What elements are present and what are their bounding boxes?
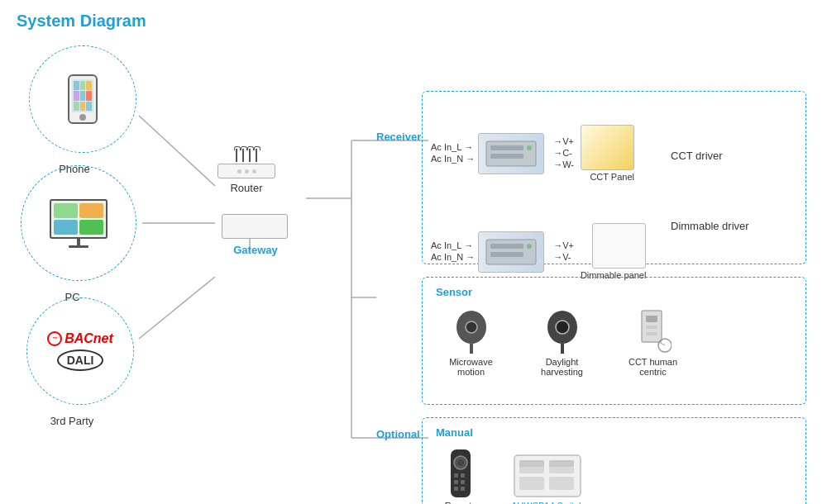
manual-section: Manual Remote: [422, 417, 806, 504]
sensor-microwave-item: Microwave motion: [436, 309, 506, 377]
cct-input-n: Ac In_N: [431, 154, 463, 164]
svg-rect-17: [490, 252, 523, 257]
cct-input-l: Ac In_L: [431, 142, 461, 152]
receiver-section: CCT driver Ac In_L→ Ac In_N→ →V+ →C- →W-: [422, 91, 806, 264]
cct-out-vp: V+: [562, 136, 574, 146]
svg-rect-24: [561, 344, 564, 354]
svg-rect-44: [549, 477, 574, 490]
svg-rect-46: [549, 460, 574, 467]
svg-line-2: [139, 277, 215, 339]
svg-rect-37: [461, 480, 465, 484]
phone-icon: [68, 74, 98, 124]
svg-line-30: [659, 342, 665, 345]
third-party-label: 3rd Party: [50, 415, 94, 427]
router-icon: [205, 149, 288, 178]
svg-rect-28: [646, 332, 657, 335]
svg-point-20: [466, 321, 477, 333]
svg-rect-38: [454, 487, 458, 491]
manual-title: Manual: [436, 426, 792, 439]
remote-item: Remote: [436, 449, 485, 504]
gateway-box: [222, 214, 288, 239]
sensor-cct-item: CCT human centric: [618, 309, 688, 377]
svg-rect-13: [490, 154, 523, 159]
sensor-title: Sensor: [436, 286, 792, 298]
remote-label: Remote: [445, 501, 477, 504]
cct-out-wm: W-: [562, 159, 574, 169]
svg-rect-42: [519, 477, 544, 490]
switch-label: AHWSB14 Switch: [511, 501, 584, 504]
sensor-daylight-label: Daylight harvesting: [527, 357, 597, 377]
dimmable-panel-rect: [592, 223, 646, 269]
third-party-circle: ™ BACnet DALI: [26, 297, 134, 405]
svg-point-23: [556, 321, 569, 334]
cct-driver-body: [478, 133, 544, 174]
svg-rect-26: [646, 316, 657, 322]
svg-rect-35: [461, 473, 465, 478]
sensor-section: Sensor Microwave motion Daylight harvest: [422, 277, 806, 405]
pc-circle: [21, 165, 136, 281]
dimmable-driver-body: [478, 231, 544, 273]
cct-panel-label: CCT Panel: [590, 172, 634, 182]
cct-driver-row: CCT driver Ac In_L→ Ac In_N→ →V+ →C- →W-: [431, 108, 797, 182]
svg-rect-45: [519, 460, 544, 467]
page-title: System Diagram: [0, 0, 827, 31]
dimmable-driver-title: Dimmable driver: [671, 220, 749, 232]
svg-rect-12: [490, 145, 523, 150]
router-gateway-group: Router Gateway: [205, 149, 288, 256]
phone-device: Phone: [12, 45, 136, 175]
sensor-daylight-item: Daylight harvesting: [527, 309, 597, 377]
svg-point-18: [527, 244, 532, 249]
svg-point-14: [527, 145, 532, 150]
receiver-label: Receiver: [376, 131, 421, 143]
dim-input-l: Ac In_L: [431, 240, 461, 250]
router-label: Router: [205, 182, 288, 194]
optional-label: Optional: [376, 428, 420, 440]
pc-icon: [50, 199, 108, 248]
dim-input-n: Ac In_N: [431, 252, 463, 262]
svg-rect-34: [454, 473, 458, 478]
third-party-device: ™ BACnet DALI 3rd Party: [10, 297, 134, 427]
gateway-label: Gateway: [233, 244, 277, 256]
svg-rect-27: [646, 326, 657, 329]
svg-rect-21: [470, 344, 473, 354]
switch-item: AHWSB14 Switch: [510, 454, 585, 504]
cct-panel-rect: [581, 125, 634, 170]
svg-rect-16: [490, 244, 523, 249]
svg-point-33: [457, 459, 464, 466]
dim-out-vp: V+: [562, 240, 574, 250]
dali-badge: DALI: [57, 349, 104, 371]
dim-out-vm: V-: [562, 252, 571, 262]
cct-driver-title: CCT driver: [671, 150, 723, 162]
svg-rect-36: [454, 480, 458, 484]
sensor-cct-label: CCT human centric: [618, 357, 688, 377]
svg-rect-39: [461, 487, 465, 491]
pc-device: PC: [8, 165, 136, 303]
dimmable-driver-row: Dimmable driver Ac In_L→ Ac In_N→ →V+ →V…: [431, 223, 797, 280]
sensor-microwave-label: Microwave motion: [436, 357, 506, 377]
phone-circle: [29, 45, 136, 153]
bacnet-badge: ™ BACnet: [47, 331, 113, 346]
svg-line-0: [139, 116, 215, 186]
cct-out-cm: C-: [562, 148, 572, 158]
